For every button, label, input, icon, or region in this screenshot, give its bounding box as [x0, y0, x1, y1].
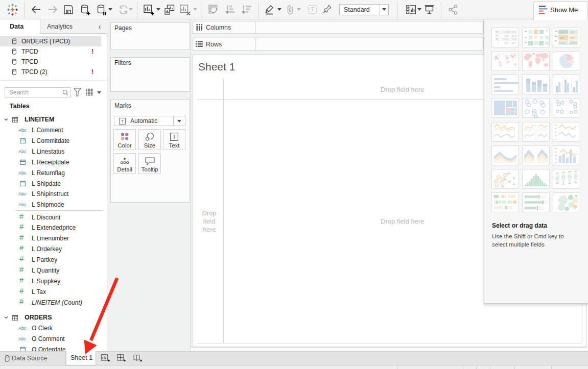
svg-text:T: T: [121, 119, 124, 124]
svg-text:1234: 1234: [504, 31, 510, 34]
svg-text:373: 373: [511, 31, 516, 34]
svg-text:123: 123: [560, 31, 565, 34]
svg-text:T: T: [173, 134, 176, 140]
svg-text:342: 342: [570, 31, 575, 34]
svg-text:2859: 2859: [511, 38, 517, 41]
svg-text:2453: 2453: [559, 41, 565, 44]
svg-text:556: 556: [560, 36, 565, 39]
svg-text:2320: 2320: [503, 38, 508, 41]
svg-text:9004: 9004: [511, 34, 517, 37]
svg-text:330: 330: [504, 34, 509, 37]
svg-text:302: 302: [511, 41, 516, 44]
svg-text:10540: 10540: [570, 41, 577, 44]
svg-text:940: 940: [570, 36, 575, 39]
svg-text:371: 371: [504, 41, 509, 44]
